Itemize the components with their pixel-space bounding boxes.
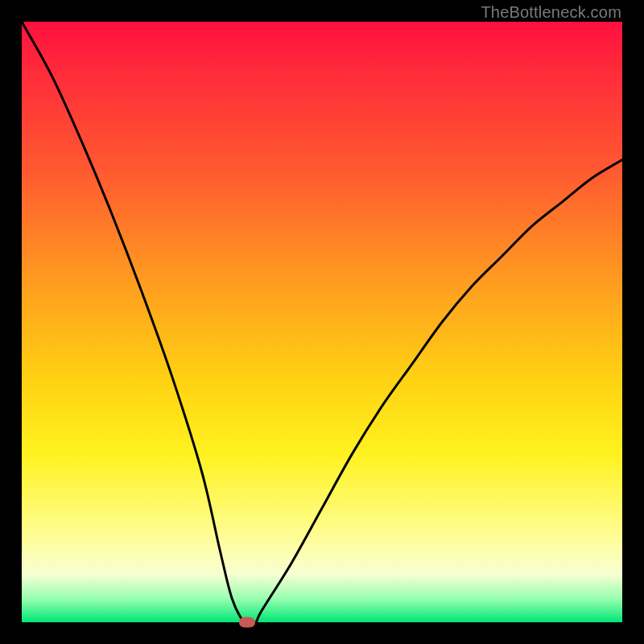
curve-svg [22,22,622,622]
minimum-marker [239,617,255,628]
bottleneck-curve [22,22,622,624]
plot-area [22,22,622,622]
chart-container: TheBottleneck.com [0,0,644,644]
watermark-text: TheBottleneck.com [481,3,621,22]
